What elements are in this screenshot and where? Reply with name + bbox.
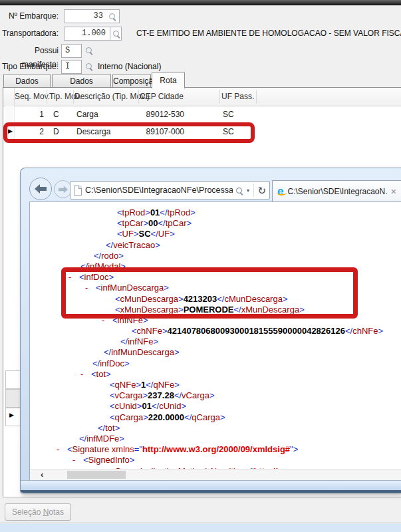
- page-icon: [74, 186, 82, 196]
- xml-token: <: [67, 444, 72, 454]
- column-separator: [73, 90, 74, 104]
- grid-row[interactable]: 1CCarga89012-530SC: [3, 106, 401, 123]
- xml-token: SignedInfo: [88, 455, 130, 465]
- xml-token: </: [151, 229, 158, 239]
- address-dropdown-caret-icon[interactable]: ▼: [245, 188, 250, 193]
- xml-token: qNFe: [115, 380, 136, 390]
- xml-token: tpRod: [168, 207, 191, 217]
- possui-manifesto-field[interactable]: S: [61, 44, 82, 58]
- xml-token: </: [79, 434, 86, 444]
- xml-line: -<Signature xmlns="http://www.w3.org/200…: [30, 444, 401, 455]
- scrollbar-thumb[interactable]: [67, 471, 126, 479]
- xml-token: vCarga: [182, 390, 209, 400]
- xml-token: <: [110, 401, 115, 411]
- xml-line: </infDoc>: [30, 358, 401, 369]
- n-embarque-label: Nº Embarque:: [0, 9, 59, 23]
- column-separator: [138, 90, 139, 104]
- back-arrow-icon: [35, 184, 47, 194]
- xml-token: </: [94, 251, 101, 261]
- xml-token: >: [143, 218, 148, 228]
- xml-token: infMDFe: [86, 434, 119, 444]
- xml-line: -<tot>: [30, 369, 401, 380]
- xml-document: <tpRod>01</tpRod><tpCar>00</tpCar><UF>SC…: [30, 207, 401, 480]
- xml-token: <: [132, 326, 137, 336]
- xml-token: >: [118, 251, 124, 261]
- lookup-icon: [113, 31, 119, 37]
- selecao-notas-button[interactable]: Seleção Notas: [5, 503, 71, 521]
- annotation-box-xml: [61, 267, 358, 319]
- xml-token: >: [186, 218, 192, 228]
- xml-token: 237.28: [148, 390, 174, 400]
- lookup-icon[interactable]: [86, 63, 92, 69]
- transportadora-description: CT-E EMITIDO EM AMBIENTE DE HOMOLOGACAO …: [136, 27, 401, 41]
- xml-token: </: [106, 240, 113, 250]
- xml-token: <: [110, 380, 115, 390]
- xml-line: <tpRod>01</tpRod>: [30, 207, 401, 218]
- address-bar[interactable]: C:\Senior\SDE\IntegracaoNFe\Processar ▼ …: [70, 181, 270, 200]
- browser-back-button[interactable]: [29, 178, 52, 200]
- xml-token: >: [154, 336, 159, 346]
- grid-indicator-header: [5, 88, 15, 106]
- current-row-indicator-icon: ▶: [9, 412, 14, 418]
- collapse-toggle[interactable]: -: [72, 455, 75, 466]
- xml-token: >: [174, 347, 180, 357]
- xml-token: </: [92, 358, 100, 368]
- status-strip: [0, 523, 401, 532]
- n-embarque-field[interactable]: 33: [64, 9, 120, 23]
- horizontal-scrollbar[interactable]: ‹: [30, 469, 401, 480]
- xml-token: http://www.w3.org/2000/09/xmldsig#: [142, 444, 290, 454]
- xml-token: <: [83, 455, 88, 465]
- xml-token: xmlns: [112, 444, 134, 454]
- xml-token: 00: [148, 218, 158, 228]
- xml-line: <tpCar>00</tpCar>: [30, 218, 401, 229]
- grid-cell: 89012-530: [136, 106, 184, 123]
- transportadora-label: Transportadora:: [0, 27, 59, 41]
- xml-line: <qNFe>1</qNFe>: [30, 380, 401, 390]
- lookup-icon[interactable]: [109, 13, 115, 19]
- collapse-toggle[interactable]: -: [57, 444, 59, 455]
- tab-dados-exporta-o[interactable]: Dados Exportação: [52, 74, 111, 87]
- xml-token: SC: [139, 229, 151, 239]
- xml-line: </infMDFe>: [30, 434, 401, 444]
- annotation-box-grid-row: [3, 122, 255, 143]
- internet-explorer-icon: e: [277, 186, 283, 197]
- tab-rota[interactable]: Rota: [152, 72, 185, 88]
- xml-token: tpCar: [122, 218, 144, 228]
- column-header[interactable]: CEP Cidade: [140, 88, 184, 106]
- browser-tab[interactable]: e C:\Senior\SDE\IntegracaoN... ×: [272, 180, 401, 202]
- grid-header: Seq. Mov.Tip. Mov.Descrição (Tip. Mov.)C…: [3, 88, 401, 106]
- xml-token: rodo: [101, 251, 118, 261]
- tab-close-icon[interactable]: ×: [391, 187, 396, 196]
- xml-token: chNFe: [137, 326, 162, 336]
- xml-token: infMunDescarga: [111, 347, 174, 357]
- xml-token: tot: [105, 423, 114, 433]
- tab-composi-o[interactable]: Composição: [112, 74, 151, 87]
- xml-viewer: <tpRod>01</tpRod><tpCar>00</tpCar><UF>SC…: [29, 201, 401, 480]
- xml-token: >: [145, 207, 150, 217]
- tab-dados-gerais[interactable]: Dados Gerais: [3, 74, 51, 87]
- transportadora-field[interactable]: 1.000: [64, 27, 110, 41]
- xml-token: </: [158, 218, 165, 228]
- xml-token: infNFe: [128, 336, 153, 346]
- column-header[interactable]: UF Pass.: [221, 88, 254, 106]
- column-header[interactable]: Seq. Mov.: [15, 88, 50, 106]
- xml-token: 01: [150, 207, 160, 217]
- refresh-icon[interactable]: ↻: [257, 186, 266, 196]
- grid-cell: SC: [223, 106, 249, 123]
- scroll-left-arrow-icon[interactable]: ‹: [41, 469, 43, 480]
- xml-token: <: [110, 390, 115, 400]
- collapse-toggle[interactable]: -: [80, 369, 83, 380]
- xml-token: 4214078068009300018155590000042826126: [167, 326, 345, 336]
- xml-token: >: [293, 444, 299, 454]
- xml-line: <UF>SC</UF>: [30, 229, 401, 239]
- xml-token: <: [91, 369, 96, 379]
- search-icon[interactable]: [236, 188, 242, 194]
- xml-token: chNFe: [352, 326, 378, 336]
- xml-token: >: [209, 390, 215, 400]
- browser-forward-button[interactable]: [54, 180, 72, 198]
- xml-token: tpCar: [166, 218, 187, 228]
- transportadora-lookup-button[interactable]: [110, 27, 122, 41]
- xml-token: infDoc: [100, 358, 124, 368]
- lookup-icon[interactable]: [86, 47, 92, 53]
- address-text[interactable]: C:\Senior\SDE\IntegracaoNFe\Processar: [85, 186, 233, 195]
